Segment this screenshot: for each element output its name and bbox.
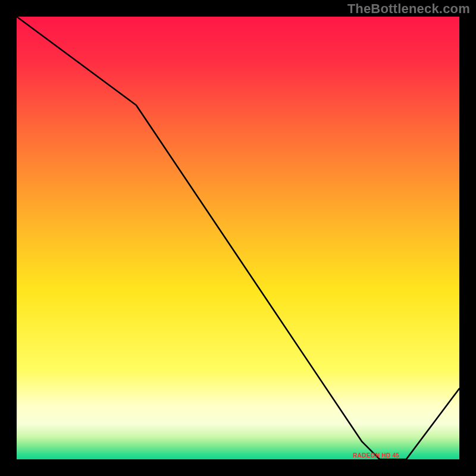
chart-svg — [17, 17, 459, 459]
annotation-label: RADEON HD 45 — [353, 452, 399, 459]
plot-area — [17, 17, 459, 459]
watermark-text: TheBottleneck.com — [347, 1, 470, 17]
chart-background — [17, 17, 459, 459]
chart-container: TheBottleneck.com — [0, 0, 476, 476]
